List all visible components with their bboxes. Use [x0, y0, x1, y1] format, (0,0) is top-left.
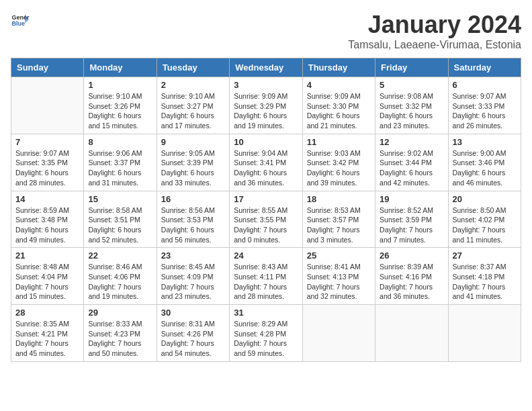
day-info: Sunrise: 8:50 AMSunset: 4:02 PMDaylight:…: [453, 205, 517, 245]
day-number: 11: [307, 137, 371, 147]
calendar-cell: 3Sunrise: 9:09 AMSunset: 3:29 PMDaylight…: [230, 77, 302, 134]
day-info: Sunrise: 8:59 AMSunset: 3:48 PMDaylight:…: [15, 205, 79, 245]
day-number: 22: [88, 250, 152, 261]
weekday-header-monday: Monday: [84, 58, 157, 77]
day-info: Sunrise: 8:55 AMSunset: 3:55 PMDaylight:…: [234, 205, 298, 245]
day-number: 16: [161, 194, 225, 204]
calendar-cell: 10Sunrise: 9:04 AMSunset: 3:41 PMDayligh…: [230, 134, 302, 191]
day-number: 10: [234, 137, 298, 147]
calendar-cell: [302, 305, 375, 362]
header: General Blue January 2024 Tamsalu, Laeae…: [11, 11, 521, 51]
day-info: Sunrise: 8:53 AMSunset: 3:57 PMDaylight:…: [307, 205, 371, 245]
week-row-3: 14Sunrise: 8:59 AMSunset: 3:48 PMDayligh…: [11, 191, 521, 248]
calendar-cell: [375, 305, 448, 362]
calendar-cell: 8Sunrise: 9:06 AMSunset: 3:37 PMDaylight…: [84, 134, 157, 191]
day-number: 14: [15, 194, 79, 204]
day-info: Sunrise: 8:35 AMSunset: 4:21 PMDaylight:…: [15, 319, 79, 359]
day-info: Sunrise: 8:58 AMSunset: 3:51 PMDaylight:…: [88, 205, 152, 245]
day-number: 31: [234, 308, 298, 318]
calendar-cell: 2Sunrise: 9:10 AMSunset: 3:27 PMDaylight…: [157, 77, 229, 134]
calendar-cell: 29Sunrise: 8:33 AMSunset: 4:23 PMDayligh…: [84, 305, 157, 362]
day-info: Sunrise: 8:37 AMSunset: 4:18 PMDaylight:…: [453, 262, 517, 302]
day-info: Sunrise: 8:43 AMSunset: 4:11 PMDaylight:…: [234, 262, 298, 302]
day-number: 1: [88, 80, 152, 90]
day-info: Sunrise: 9:05 AMSunset: 3:39 PMDaylight:…: [161, 148, 225, 188]
calendar-cell: 11Sunrise: 9:03 AMSunset: 3:42 PMDayligh…: [302, 134, 375, 191]
calendar-cell: 28Sunrise: 8:35 AMSunset: 4:21 PMDayligh…: [11, 305, 84, 362]
day-info: Sunrise: 8:56 AMSunset: 3:53 PMDaylight:…: [161, 205, 225, 245]
day-number: 20: [453, 194, 517, 204]
day-number: 18: [307, 194, 371, 204]
day-number: 30: [161, 308, 225, 318]
calendar-cell: 14Sunrise: 8:59 AMSunset: 3:48 PMDayligh…: [11, 191, 84, 248]
weekday-header-friday: Friday: [375, 58, 448, 77]
day-number: 26: [380, 250, 443, 261]
day-info: Sunrise: 8:29 AMSunset: 4:28 PMDaylight:…: [234, 319, 298, 359]
day-number: 4: [307, 80, 371, 90]
day-info: Sunrise: 9:10 AMSunset: 3:27 PMDaylight:…: [161, 91, 225, 131]
day-info: Sunrise: 9:07 AMSunset: 3:35 PMDaylight:…: [15, 148, 79, 188]
day-number: 28: [15, 308, 79, 318]
day-number: 12: [380, 137, 443, 147]
day-number: 5: [380, 80, 443, 90]
day-number: 9: [161, 137, 225, 147]
day-info: Sunrise: 9:10 AMSunset: 3:26 PMDaylight:…: [88, 91, 152, 131]
week-row-4: 21Sunrise: 8:48 AMSunset: 4:04 PMDayligh…: [11, 248, 521, 305]
logo: General Blue: [11, 11, 30, 30]
day-number: 24: [234, 250, 298, 261]
day-info: Sunrise: 8:45 AMSunset: 4:09 PMDaylight:…: [161, 262, 225, 302]
calendar-cell: 12Sunrise: 9:02 AMSunset: 3:44 PMDayligh…: [375, 134, 448, 191]
calendar-cell: 18Sunrise: 8:53 AMSunset: 3:57 PMDayligh…: [302, 191, 375, 248]
day-number: 15: [88, 194, 152, 204]
day-info: Sunrise: 8:46 AMSunset: 4:06 PMDaylight:…: [88, 262, 152, 302]
calendar-cell: 21Sunrise: 8:48 AMSunset: 4:04 PMDayligh…: [11, 248, 84, 305]
calendar-cell: 15Sunrise: 8:58 AMSunset: 3:51 PMDayligh…: [84, 191, 157, 248]
day-number: 29: [88, 308, 152, 318]
day-info: Sunrise: 8:48 AMSunset: 4:04 PMDaylight:…: [15, 262, 79, 302]
day-number: 13: [453, 137, 517, 147]
day-info: Sunrise: 9:09 AMSunset: 3:29 PMDaylight:…: [234, 91, 298, 131]
calendar-cell: [448, 305, 521, 362]
day-info: Sunrise: 9:04 AMSunset: 3:41 PMDaylight:…: [234, 148, 298, 188]
svg-text:Blue: Blue: [11, 20, 25, 27]
weekday-header-sunday: Sunday: [11, 58, 84, 77]
day-info: Sunrise: 9:09 AMSunset: 3:30 PMDaylight:…: [307, 91, 371, 131]
calendar-cell: 17Sunrise: 8:55 AMSunset: 3:55 PMDayligh…: [230, 191, 302, 248]
day-info: Sunrise: 9:08 AMSunset: 3:32 PMDaylight:…: [380, 91, 443, 131]
calendar-cell: 25Sunrise: 8:41 AMSunset: 4:13 PMDayligh…: [302, 248, 375, 305]
day-number: 17: [234, 194, 298, 204]
calendar-cell: 19Sunrise: 8:52 AMSunset: 3:59 PMDayligh…: [375, 191, 448, 248]
week-row-1: 1Sunrise: 9:10 AMSunset: 3:26 PMDaylight…: [11, 77, 521, 134]
calendar-cell: 16Sunrise: 8:56 AMSunset: 3:53 PMDayligh…: [157, 191, 229, 248]
weekday-header-row: SundayMondayTuesdayWednesdayThursdayFrid…: [11, 58, 521, 77]
title-area: January 2024 Tamsalu, Laeaene-Virumaa, E…: [348, 11, 521, 51]
location-title: Tamsalu, Laeaene-Virumaa, Estonia: [348, 39, 521, 51]
weekday-header-wednesday: Wednesday: [230, 58, 302, 77]
calendar-cell: 20Sunrise: 8:50 AMSunset: 4:02 PMDayligh…: [448, 191, 521, 248]
calendar-cell: 6Sunrise: 9:07 AMSunset: 3:33 PMDaylight…: [448, 77, 521, 134]
calendar-cell: 4Sunrise: 9:09 AMSunset: 3:30 PMDaylight…: [302, 77, 375, 134]
weekday-header-saturday: Saturday: [448, 58, 521, 77]
calendar-cell: 13Sunrise: 9:00 AMSunset: 3:46 PMDayligh…: [448, 134, 521, 191]
calendar-cell: 31Sunrise: 8:29 AMSunset: 4:28 PMDayligh…: [230, 305, 302, 362]
day-number: 25: [307, 250, 371, 261]
day-info: Sunrise: 8:52 AMSunset: 3:59 PMDaylight:…: [380, 205, 443, 245]
calendar-cell: 30Sunrise: 8:31 AMSunset: 4:26 PMDayligh…: [157, 305, 229, 362]
calendar-cell: 23Sunrise: 8:45 AMSunset: 4:09 PMDayligh…: [157, 248, 229, 305]
calendar-cell: 9Sunrise: 9:05 AMSunset: 3:39 PMDaylight…: [157, 134, 229, 191]
day-info: Sunrise: 9:06 AMSunset: 3:37 PMDaylight:…: [88, 148, 152, 188]
calendar-cell: 27Sunrise: 8:37 AMSunset: 4:18 PMDayligh…: [448, 248, 521, 305]
day-info: Sunrise: 9:07 AMSunset: 3:33 PMDaylight:…: [453, 91, 517, 131]
calendar-cell: 24Sunrise: 8:43 AMSunset: 4:11 PMDayligh…: [230, 248, 302, 305]
day-info: Sunrise: 9:02 AMSunset: 3:44 PMDaylight:…: [380, 148, 443, 188]
day-number: 21: [15, 250, 79, 261]
day-number: 19: [380, 194, 443, 204]
day-number: 7: [15, 137, 79, 147]
calendar-cell: [11, 77, 84, 134]
day-number: 2: [161, 80, 225, 90]
calendar-cell: 7Sunrise: 9:07 AMSunset: 3:35 PMDaylight…: [11, 134, 84, 191]
day-number: 23: [161, 250, 225, 261]
day-number: 27: [453, 250, 517, 261]
day-info: Sunrise: 8:31 AMSunset: 4:26 PMDaylight:…: [161, 319, 225, 359]
day-info: Sunrise: 9:00 AMSunset: 3:46 PMDaylight:…: [453, 148, 517, 188]
